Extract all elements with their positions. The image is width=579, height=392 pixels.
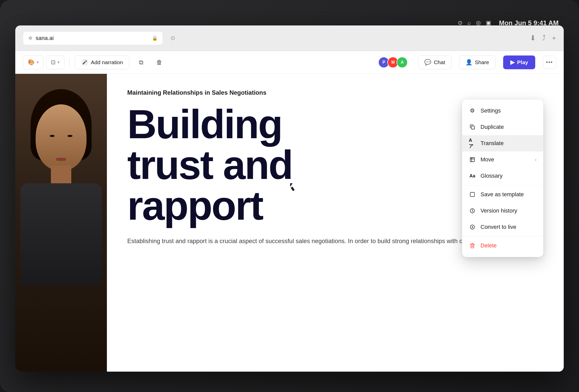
play-button[interactable]: ▶ Play [503,55,535,69]
share-browser-button[interactable]: ⤴ [542,34,546,42]
duplicate-label: Duplicate [481,124,536,130]
chat-button[interactable]: 💬 Chat [418,55,451,69]
new-tab-button[interactable]: + [552,34,556,42]
convert-live-label: Convert to live [481,224,536,230]
dropdown-menu: ⚙ Settings Duplicate Aア Translate [462,99,543,257]
version-history-label: Version history [481,207,536,214]
add-narration-label: Add narration [91,59,123,65]
save-template-icon [469,191,476,198]
menu-item-version-history[interactable]: Version history [462,203,543,219]
main-content: Maintaining Relationships in Sales Negot… [15,74,564,372]
layout-chevron: ▾ [58,60,60,65]
more-options-button[interactable]: ••• [543,56,556,69]
address-text: sana.ai [36,35,149,41]
move-icon [469,156,476,163]
browser-actions: ⬇ ⤴ + [530,34,556,42]
layout-icon: ⊡ [51,59,55,66]
dropdown-divider-1 [462,185,543,185]
more-icon: ••• [546,59,553,65]
avatar-a[interactable]: A [397,57,408,68]
dropdown-divider-2 [462,236,543,236]
device-frame: ⊙ ⌕ ◎ ▣ Mon Jun 5 9:41 AM ✲ sana.ai 🔒 ⊙ … [0,0,579,392]
delete-menu-icon [469,242,476,249]
layout-button[interactable]: ⊡ ▾ [46,55,64,69]
delete-label: Delete [481,242,536,249]
chat-label: Chat [434,59,445,65]
menu-item-glossary[interactable]: Aa Glossary [462,168,543,184]
delete-icon: 🗑 [156,59,162,66]
settings-label: Settings [481,107,536,114]
svg-rect-0 [471,126,474,129]
menu-item-move[interactable]: Move › [462,151,543,168]
person-image [15,74,107,372]
browser-settings-icon: ✲ [28,35,33,41]
menu-item-translate[interactable]: Aア Translate [462,135,543,151]
translate-icon: Aア [469,140,476,147]
convert-live-icon [469,223,476,231]
theme-icon: 🎨 [28,59,35,66]
download-button[interactable]: ⬇ [530,34,536,42]
menu-item-save-template[interactable]: Save as template [462,186,543,203]
theme-button[interactable]: 🎨 ▾ [23,55,44,69]
app-toolbar: 🎨 ▾ ⊡ ▾ 🎤 Add narration ⧉ 🗑 P [15,51,564,74]
copy-icon: ⧉ [139,59,143,66]
save-template-label: Save as template [481,191,536,198]
theme-chevron: ▾ [37,60,39,65]
play-label: Play [517,59,528,65]
chat-icon: 💬 [424,59,431,66]
svg-rect-2 [470,192,475,197]
settings-icon: ⚙ [469,107,476,114]
version-history-icon [469,207,476,214]
duplicate-icon [469,123,476,131]
browser-window: ✲ sana.ai 🔒 ⊙ ⬇ ⤴ + 🎨 ▾ ⊡ ▾ [15,25,564,372]
menu-item-settings[interactable]: ⚙ Settings [462,103,543,119]
glossary-icon: Aa [469,172,476,179]
play-icon: ▶ [510,59,515,66]
narration-icon: 🎤 [81,59,88,66]
menu-item-delete[interactable]: Delete [462,237,543,254]
glossary-label: Glossary [481,173,536,179]
content-subtitle: Maintaining Relationships in Sales Negot… [127,89,543,96]
share-label: Share [475,59,489,65]
translate-label: Translate [481,140,536,147]
browser-chrome: ✲ sana.ai 🔒 ⊙ ⬇ ⤴ + [15,25,564,51]
lock-icon: 🔒 [152,35,158,41]
toolbar-left-group: 🎨 ▾ ⊡ ▾ [23,55,64,69]
address-bar[interactable]: ✲ sana.ai 🔒 [23,31,163,45]
delete-button[interactable]: 🗑 [153,56,166,69]
svg-rect-1 [470,158,475,162]
add-narration-button[interactable]: 🎤 Add narration [75,55,129,69]
menu-item-convert-live[interactable]: Convert to live [462,219,543,235]
toolbar-divider-1 [69,58,70,67]
share-icon: 👤 [465,59,472,66]
svg-marker-5 [472,226,473,228]
address-bar-menu-icon[interactable]: ⊙ [171,35,175,41]
move-chevron-icon: › [535,157,536,162]
share-button[interactable]: 👤 Share [459,55,496,69]
avatar-group: P M A [378,57,408,68]
copy-button[interactable]: ⧉ [134,56,148,69]
move-label: Move [481,156,530,163]
left-panel [15,74,107,372]
menu-item-duplicate[interactable]: Duplicate [462,119,543,135]
